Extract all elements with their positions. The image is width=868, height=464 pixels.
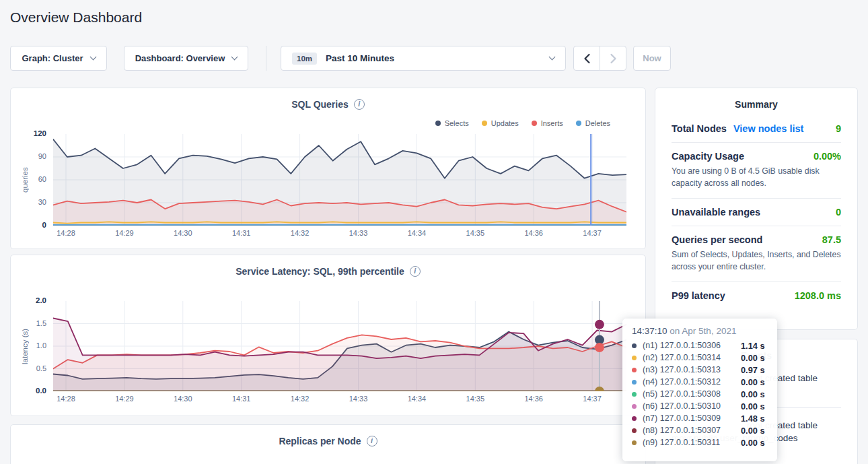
summary-row: Unavailable ranges0	[672, 199, 841, 226]
series-dot-icon	[632, 404, 637, 409]
graph-dropdown-label: Graph: Cluster	[22, 53, 83, 63]
dashboard-dropdown-label: Dashboard: Overview	[135, 53, 225, 63]
charts-column: SQL Queriesi SelectsUpdatesInsertsDelete…	[10, 88, 646, 464]
x-axis-tick: 14:31	[232, 229, 251, 237]
chevron-right-icon	[610, 53, 617, 64]
tooltip-node-label: (n6) 127.0.0.1:50310	[643, 401, 741, 411]
info-icon[interactable]: i	[410, 266, 421, 277]
now-button[interactable]: Now	[633, 46, 671, 71]
x-axis-tick: 14:32	[291, 395, 310, 403]
x-axis-tick: 14:36	[524, 395, 543, 403]
tooltip-row: (n2) 127.0.0.1:503140.00 s	[632, 352, 768, 364]
chart-title: Service Latency: SQL, 99th percentile	[236, 266, 404, 277]
x-axis-tick: 14:28	[57, 395, 75, 403]
x-axis-tick: 14:30	[174, 229, 192, 237]
tooltip-node-label: (n9) 127.0.0.1:50311	[643, 438, 741, 447]
series-dot-icon	[632, 356, 637, 360]
summary-label: Capacity Usage	[672, 151, 744, 162]
x-axis-tick: 14:37	[583, 229, 602, 237]
series-dot-icon	[632, 428, 637, 433]
tooltip-row: (n5) 127.0.0.1:503080.00 s	[632, 388, 768, 400]
x-axis-tick: 14:34	[408, 395, 427, 403]
tooltip-node-value: 0.00 s	[741, 389, 765, 399]
time-range-selector[interactable]: 10m Past 10 Minutes	[281, 46, 566, 71]
chart-title: Replicas per Node	[279, 436, 361, 446]
time-range-label: Past 10 Minutes	[326, 53, 394, 63]
tooltip-timestamp: 14:37:10 on Apr 5th, 2021	[632, 326, 768, 336]
legend-dot-icon	[532, 121, 537, 126]
tooltip-node-label: (n3) 127.0.0.1:50313	[643, 365, 741, 374]
summary-value: 0	[836, 207, 841, 218]
x-axis-tick: 14:29	[115, 229, 134, 237]
legend-dot-icon	[576, 121, 581, 126]
x-axis-tick: 14:37	[583, 395, 602, 403]
tooltip-row: (n4) 127.0.0.1:503120.00 s	[632, 376, 768, 388]
legend-item-updates[interactable]: Updates	[482, 119, 519, 127]
summary-value: 87.5	[822, 234, 841, 245]
legend-dot-icon	[435, 121, 441, 126]
tooltip-node-value: 0.00 s	[741, 438, 765, 448]
legend-item-inserts[interactable]: Inserts	[532, 119, 563, 127]
summary-label: Unavailable ranges	[672, 207, 760, 218]
tooltip-node-label: (n4) 127.0.0.1:50312	[643, 377, 741, 387]
legend-dot-icon	[482, 121, 487, 126]
view-nodes-list-link[interactable]: View nodes list	[733, 123, 804, 134]
summary-title: Summary	[672, 99, 841, 115]
x-axis-tick: 14:34	[408, 229, 427, 237]
chart-title: SQL Queries	[291, 99, 349, 110]
summary-row: Queries per second87.5Sum of Selects, Up…	[672, 226, 841, 282]
tooltip-node-value: 0.00 s	[741, 426, 765, 436]
chevron-down-icon	[231, 54, 238, 61]
tooltip-row: (n1) 127.0.0.1:503061.14 s	[632, 339, 768, 352]
tooltip-node-value: 0.00 s	[741, 377, 765, 387]
x-axis-tick: 14:29	[115, 395, 134, 403]
summary-label: Queries per second	[672, 234, 762, 245]
y-axis-title: queries	[21, 134, 29, 226]
tooltip-row: (n7) 127.0.0.1:503091.48 s	[632, 412, 768, 424]
service-latency-chart-card: Service Latency: SQL, 99th percentilei 0…	[10, 255, 646, 416]
time-range-badge: 10m	[292, 53, 317, 65]
service-latency-plot[interactable]	[53, 301, 626, 391]
graph-dropdown[interactable]: Graph: Cluster	[10, 46, 107, 71]
tooltip-node-value: 1.48 s	[741, 413, 765, 424]
time-next-button[interactable]	[600, 46, 626, 71]
summary-row: Total NodesView nodes list9	[672, 115, 841, 143]
info-icon[interactable]: i	[354, 99, 365, 110]
info-icon[interactable]: i	[367, 436, 377, 446]
chart-hover-tooltip: 14:37:10 on Apr 5th, 2021 (n1) 127.0.0.1…	[622, 319, 777, 461]
page-title: Overview Dashboard	[10, 9, 142, 26]
summary-description: You are using 0 B of 4.5 GiB usable disk…	[672, 165, 841, 190]
summary-label: P99 latency	[672, 290, 725, 301]
time-prev-button[interactable]	[573, 46, 600, 71]
series-dot-icon	[632, 392, 637, 397]
legend-item-deletes[interactable]: Deletes	[576, 119, 610, 127]
series-dot-icon	[632, 368, 637, 372]
chevron-left-icon	[583, 53, 591, 64]
tooltip-row: (n3) 127.0.0.1:503130.97 s	[632, 364, 768, 376]
summary-description: Sum of Selects, Updates, Inserts, and De…	[672, 248, 841, 273]
tooltip-node-label: (n5) 127.0.0.1:50308	[643, 389, 741, 399]
chart-legend: SelectsUpdatesInsertsDeletes	[435, 119, 610, 127]
summary-label: Total Nodes	[672, 123, 727, 134]
tooltip-node-value: 0.97 s	[741, 365, 765, 375]
divider	[266, 46, 266, 71]
x-axis-tick: 14:32	[291, 229, 310, 237]
summary-value: 9	[836, 123, 841, 134]
x-axis-tick: 14:35	[466, 229, 485, 237]
sql-queries-plot[interactable]	[53, 134, 626, 226]
dashboard-dropdown[interactable]: Dashboard: Overview	[124, 46, 248, 71]
x-axis-tick: 14:31	[232, 395, 251, 403]
summary-panel: Summary Total NodesView nodes list9Capac…	[655, 88, 858, 330]
series-dot-icon	[632, 416, 637, 421]
tooltip-row: (n9) 127.0.0.1:503110.00 s	[632, 436, 768, 449]
tooltip-node-label: (n1) 127.0.0.1:50306	[643, 341, 741, 350]
tooltip-node-value: 0.00 s	[741, 401, 765, 411]
x-axis-tick: 14:33	[349, 395, 368, 403]
chevron-down-icon	[89, 54, 96, 61]
tooltip-node-label: (n2) 127.0.0.1:50314	[643, 353, 741, 362]
summary-value: 1208.0 ms	[795, 290, 841, 301]
legend-item-selects[interactable]: Selects	[435, 119, 469, 127]
replicas-per-node-chart-card: Replicas per Nodei	[10, 424, 646, 464]
x-axis-tick: 14:33	[349, 229, 368, 237]
series-dot-icon	[632, 343, 637, 348]
